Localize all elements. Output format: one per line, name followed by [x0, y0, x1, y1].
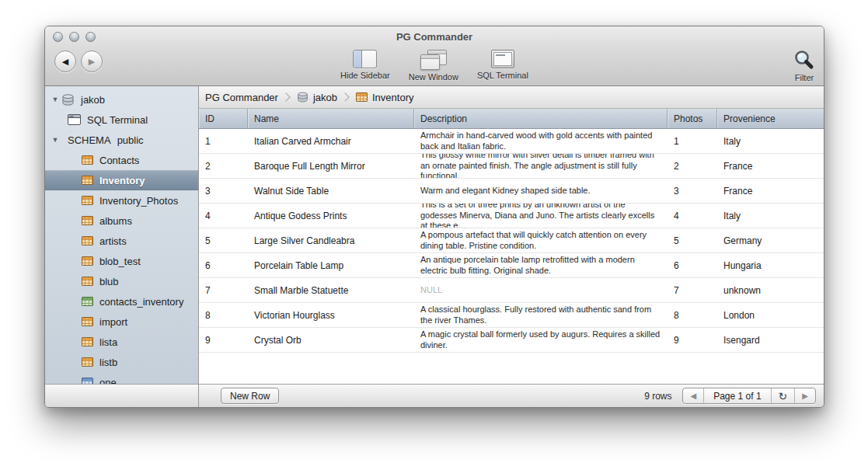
- database-icon: [297, 92, 309, 103]
- table-row[interactable]: 6 Porcelain Table Lamp An antique porcel…: [199, 253, 824, 278]
- previous-page-button[interactable]: ◀: [683, 388, 703, 403]
- app-window: PG Commander ◀ ▶ Hide Sidebar: [44, 26, 824, 408]
- table-icon: [82, 236, 93, 245]
- table-icon: [82, 357, 93, 367]
- table-icon: [82, 196, 93, 205]
- sidebar-item-albums[interactable]: albums: [45, 211, 198, 231]
- sidebar-item-contacts[interactable]: Contacts: [45, 150, 198, 170]
- hide-sidebar-button[interactable]: Hide Sidebar: [340, 47, 390, 86]
- breadcrumb-table[interactable]: Inventory: [356, 92, 413, 103]
- column-header-id[interactable]: ID: [199, 109, 248, 128]
- toolbar: ◀ ▶ Hide Sidebar New Window: [45, 47, 824, 86]
- refresh-button[interactable]: ↻: [771, 388, 795, 403]
- view-icon: [82, 297, 93, 306]
- footer-sidebar-section: [45, 385, 199, 407]
- table-row[interactable]: 2 Baroque Full Length Mirror This glossy…: [199, 154, 824, 179]
- new-window-label: New Window: [409, 72, 458, 82]
- new-window-icon: [420, 50, 447, 70]
- table-icon: [82, 317, 93, 326]
- minimize-button[interactable]: [69, 32, 79, 42]
- table-header: ID Name Description Photos Provenience: [199, 109, 824, 129]
- table-row[interactable]: 1 Italian Carved Armchair Armchair in ha…: [199, 129, 824, 154]
- row-count: 9 rows: [644, 391, 671, 402]
- window-chrome: PG Commander ◀ ▶ Hide Sidebar: [45, 26, 824, 86]
- column-header-photos[interactable]: Photos: [668, 109, 717, 128]
- table-body: 1 Italian Carved Armchair Armchair in ha…: [199, 129, 824, 384]
- terminal-icon: [68, 114, 81, 125]
- table-row[interactable]: 8 Victorian Hourglass A classical hourgl…: [199, 303, 824, 328]
- chevron-right-icon: [281, 92, 290, 101]
- close-button[interactable]: [53, 32, 63, 42]
- sidebar-sql-terminal-label: SQL Terminal: [87, 114, 148, 126]
- table-row[interactable]: 7 Small Marble Statuette NULL 7 unknown: [199, 278, 824, 303]
- sidebar-item-one[interactable]: one: [45, 372, 198, 384]
- search-icon: [793, 49, 816, 72]
- sidebar-item-listb[interactable]: listb: [45, 352, 198, 372]
- sidebar-item-import[interactable]: import: [45, 312, 198, 332]
- sidebar-item-sql-terminal[interactable]: SQL Terminal: [45, 110, 198, 130]
- sidebar-item-schema-public[interactable]: ▼ SCHEMA public: [45, 130, 198, 150]
- disclosure-triangle-icon[interactable]: ▼: [51, 136, 60, 144]
- next-page-icon: ▶: [802, 392, 808, 400]
- schema-prefix-label: SCHEMA: [68, 134, 111, 146]
- table-icon: [82, 155, 93, 165]
- database-icon: [61, 94, 75, 106]
- new-row-button[interactable]: New Row: [221, 388, 279, 404]
- filter-label: Filter: [795, 73, 814, 82]
- table-icon: [82, 277, 93, 286]
- sidebar-item-database-jakob[interactable]: ▼ jakob: [45, 89, 198, 110]
- table-row[interactable]: 3 Walnut Side Table Warm and elegant Kid…: [199, 179, 824, 204]
- status-bar: New Row 9 rows ◀ Page 1 of 1 ↻ ▶: [45, 384, 824, 407]
- pagination-control: ◀ Page 1 of 1 ↻ ▶: [682, 388, 816, 404]
- table-icon: [82, 176, 93, 185]
- traffic-lights: [53, 32, 96, 42]
- breadcrumb-database[interactable]: jakob: [297, 92, 337, 103]
- sidebar-item-contacts-inventory[interactable]: contacts_inventory: [45, 291, 198, 312]
- sidebar-item-blob-test[interactable]: blob_test: [45, 251, 198, 271]
- schema-name-label: public: [117, 134, 144, 146]
- breadcrumb: PG Commander jakob Inventory: [199, 86, 824, 109]
- table-icon: [82, 216, 93, 225]
- previous-page-icon: ◀: [690, 392, 696, 400]
- column-header-name[interactable]: Name: [248, 109, 414, 128]
- sidebar-item-blub[interactable]: blub: [45, 271, 198, 291]
- chevron-right-icon: [340, 92, 349, 101]
- sidebar-item-artists[interactable]: artists: [45, 231, 198, 251]
- sidebar: ▼ jakob SQL Terminal ▼ SCHEMA: [45, 86, 199, 384]
- new-window-button[interactable]: New Window: [409, 47, 458, 86]
- next-page-button[interactable]: ▶: [794, 388, 815, 403]
- hide-sidebar-label: Hide Sidebar: [340, 71, 390, 80]
- sidebar-icon: [353, 50, 377, 68]
- sidebar-item-lista[interactable]: lista: [45, 332, 198, 352]
- refresh-icon: ↻: [779, 390, 788, 402]
- window-title: PG Commander: [45, 31, 824, 43]
- terminal-icon: [491, 50, 514, 68]
- table-row[interactable]: 9 Crystal Orb A magic crystal ball forme…: [199, 328, 824, 353]
- breadcrumb-app[interactable]: PG Commander: [205, 92, 278, 103]
- column-header-description[interactable]: Description: [414, 109, 668, 128]
- sidebar-item-inventory-photos[interactable]: Inventory_Photos: [45, 190, 198, 211]
- table-icon: [356, 92, 368, 102]
- table-row[interactable]: 5 Large Silver Candleabra A pompous arte…: [199, 228, 824, 253]
- table-row[interactable]: 4 Antique Godess Prints This is a set of…: [199, 204, 824, 228]
- zoom-button[interactable]: [85, 32, 96, 42]
- page-indicator: Page 1 of 1: [703, 388, 770, 403]
- table-icon: [82, 378, 93, 384]
- column-header-provenience[interactable]: Provenience: [717, 109, 824, 128]
- sql-terminal-label: SQL Terminal: [477, 71, 528, 80]
- sidebar-item-inventory[interactable]: Inventory: [45, 170, 198, 190]
- table-icon: [82, 256, 93, 266]
- null-value: NULL: [414, 278, 668, 302]
- sql-terminal-button[interactable]: SQL Terminal: [477, 47, 528, 86]
- sidebar-database-label: jakob: [81, 94, 105, 106]
- table-icon: [82, 337, 93, 346]
- title-bar[interactable]: PG Commander: [45, 26, 824, 47]
- disclosure-triangle-icon[interactable]: ▼: [51, 96, 60, 103]
- filter-button[interactable]: Filter: [793, 49, 816, 82]
